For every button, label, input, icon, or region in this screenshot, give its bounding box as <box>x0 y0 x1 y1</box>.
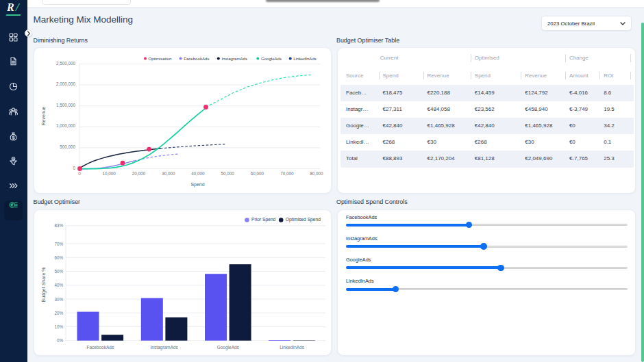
svg-text:10,000: 10,000 <box>103 170 116 175</box>
svg-text:50,000: 50,000 <box>221 170 235 175</box>
svg-text:50%: 50% <box>54 269 63 274</box>
svg-text:20,000: 20,000 <box>132 170 146 175</box>
svg-text:60,000: 60,000 <box>251 170 264 175</box>
svg-text:0%: 0% <box>57 338 64 343</box>
svg-text:FacebookAds: FacebookAds <box>184 55 209 60</box>
svg-text:70%: 70% <box>54 242 63 246</box>
svg-text:2,500,000: 2,500,000 <box>56 60 76 65</box>
svg-text:80,000: 80,000 <box>310 170 323 175</box>
svg-text:Optimised Spend: Optimised Spend <box>286 217 321 222</box>
svg-text:FacebookAds: FacebookAds <box>86 345 114 350</box>
svg-text:InstagramAds: InstagramAds <box>151 345 179 350</box>
svg-text:40,000: 40,000 <box>191 170 205 175</box>
svg-text:60%: 60% <box>54 255 63 260</box>
svg-text:0: 0 <box>73 165 75 170</box>
svg-text:GoogleAds: GoogleAds <box>261 55 282 60</box>
svg-text:Budget Share %: Budget Share % <box>41 268 47 302</box>
svg-text:Optimisation: Optimisation <box>149 55 172 60</box>
svg-text:LinkedInAds: LinkedInAds <box>280 345 305 350</box>
svg-text:1,000,000: 1,000,000 <box>56 123 76 128</box>
svg-text:30,000: 30,000 <box>162 170 175 175</box>
svg-text:83%: 83% <box>54 223 63 228</box>
svg-text:0: 0 <box>78 170 81 175</box>
svg-text:GoogleAds: GoogleAds <box>217 345 240 350</box>
svg-text:500,000: 500,000 <box>60 144 75 149</box>
svg-text:20%: 20% <box>54 311 63 315</box>
svg-text:Spend: Spend <box>190 182 204 188</box>
svg-text:30%: 30% <box>54 297 63 302</box>
svg-text:LinkedInAds: LinkedInAds <box>293 55 317 60</box>
svg-text:Revenue: Revenue <box>41 106 46 125</box>
svg-text:2,000,000: 2,000,000 <box>56 81 76 86</box>
svg-text:10%: 10% <box>54 324 63 329</box>
svg-text:InstagramAds: InstagramAds <box>221 55 247 60</box>
svg-text:Prior Spend: Prior Spend <box>251 217 276 222</box>
svg-text:1,500,000: 1,500,000 <box>56 102 76 107</box>
svg-text:40%: 40% <box>54 283 63 287</box>
svg-text:70,000: 70,000 <box>280 170 294 175</box>
